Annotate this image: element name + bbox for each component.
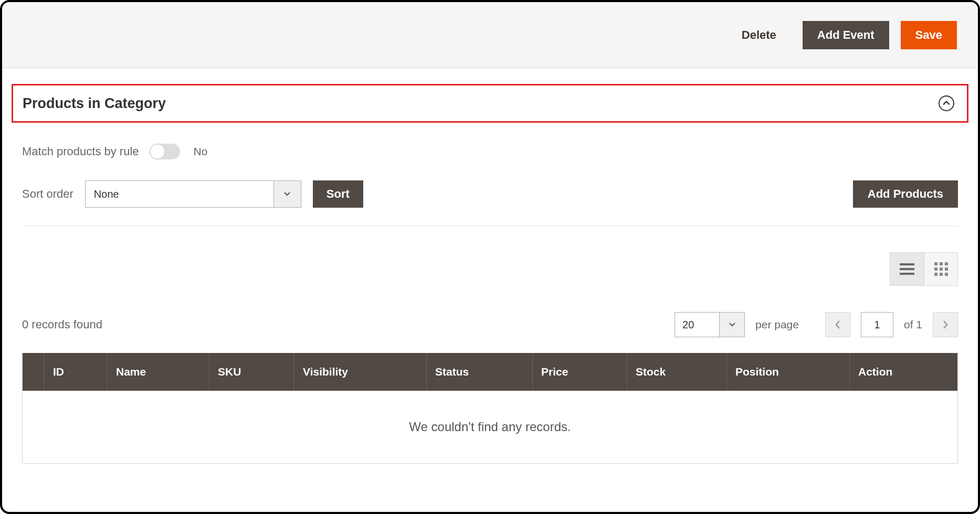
col-action[interactable]: Action: [850, 353, 957, 391]
page-size-select[interactable]: 20: [675, 312, 745, 337]
toggle-knob: [150, 144, 165, 159]
svg-rect-3: [934, 262, 937, 265]
list-icon: [900, 263, 914, 275]
col-name[interactable]: Name: [108, 353, 209, 391]
table-header: ID Name SKU Visibility Status Price Stoc…: [23, 353, 957, 391]
view-toggle-row: [22, 252, 958, 286]
top-action-bar: Delete Add Event Save: [2, 2, 978, 68]
prev-page-button[interactable]: [825, 312, 850, 337]
view-toggle: [890, 252, 958, 286]
pager-row: 0 records found 20 per page of 1: [22, 312, 958, 337]
page-size-arrow: [720, 312, 745, 337]
svg-rect-8: [945, 267, 948, 271]
chevron-up-icon: [943, 100, 950, 107]
col-id[interactable]: ID: [45, 353, 108, 391]
sort-order-value: None: [85, 180, 274, 208]
svg-rect-11: [945, 273, 948, 276]
delete-button[interactable]: Delete: [727, 21, 791, 49]
sort-row: Sort order None Sort Add Products: [22, 180, 958, 208]
sort-order-arrow: [274, 180, 301, 208]
svg-rect-5: [945, 262, 948, 265]
chevron-left-icon: [835, 320, 841, 329]
section-header[interactable]: Products in Category: [12, 84, 968, 123]
svg-rect-0: [900, 263, 914, 265]
add-products-button[interactable]: Add Products: [853, 180, 958, 208]
records-found: 0 records found: [22, 318, 102, 331]
save-button[interactable]: Save: [901, 21, 957, 49]
col-price[interactable]: Price: [533, 353, 627, 391]
col-visibility[interactable]: Visibility: [294, 353, 427, 391]
svg-rect-2: [900, 273, 914, 275]
svg-rect-7: [940, 267, 943, 271]
page-input[interactable]: [861, 312, 893, 337]
col-sku[interactable]: SKU: [209, 353, 294, 391]
chevron-right-icon: [942, 320, 949, 329]
products-table: ID Name SKU Visibility Status Price Stoc…: [22, 353, 958, 464]
match-label: Match products by rule: [22, 145, 139, 158]
svg-rect-6: [934, 267, 937, 271]
match-state: No: [194, 145, 208, 158]
caret-down-icon: [729, 323, 735, 327]
caret-down-icon: [284, 192, 290, 196]
collapse-toggle[interactable]: [939, 95, 954, 111]
svg-rect-9: [934, 273, 937, 276]
list-view-button[interactable]: [890, 253, 924, 285]
sort-button[interactable]: Sort: [313, 180, 363, 208]
per-page-label: per page: [755, 318, 799, 331]
col-position[interactable]: Position: [727, 353, 850, 391]
svg-rect-1: [900, 268, 914, 270]
svg-rect-10: [940, 273, 943, 276]
col-checkbox[interactable]: [23, 353, 45, 391]
page-of-label: of 1: [904, 318, 922, 331]
add-event-button[interactable]: Add Event: [803, 21, 889, 49]
section-title: Products in Category: [23, 95, 166, 112]
sort-label: Sort order: [22, 187, 73, 201]
grid-view-button[interactable]: [924, 253, 957, 285]
page-size-value: 20: [675, 312, 720, 337]
next-page-button[interactable]: [933, 312, 958, 337]
col-status[interactable]: Status: [427, 353, 533, 391]
match-by-rule-row: Match products by rule No: [22, 144, 958, 159]
sort-order-select[interactable]: None: [85, 180, 301, 208]
match-toggle[interactable]: [150, 144, 180, 159]
divider: [22, 226, 958, 226]
col-stock[interactable]: Stock: [627, 353, 727, 391]
empty-message: We couldn't find any records.: [23, 391, 957, 463]
grid-icon: [934, 262, 948, 276]
svg-rect-4: [940, 262, 943, 265]
